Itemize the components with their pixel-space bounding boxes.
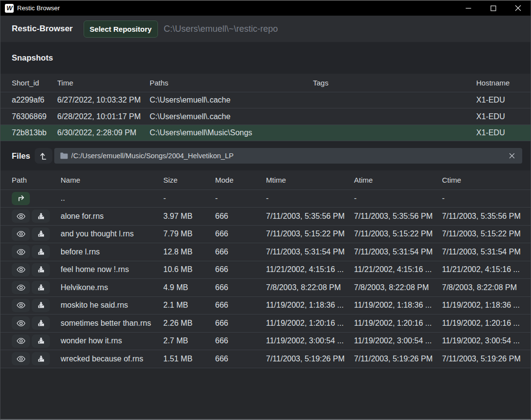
column-tags[interactable]: Tags [313,79,476,87]
column-path[interactable]: Path [12,176,61,184]
eye-icon [16,230,26,238]
file-atime: 7/11/2003, 5:15:22 PM [354,230,442,238]
app-window: W Restic Browser Restic-Browser Select R… [0,0,531,420]
column-ctime[interactable]: Ctime [442,176,526,184]
snapshot-row-selected[interactable]: 72b813bb 6/30/2022, 2:28:09 PM C:\Users\… [0,125,531,141]
file-mtime: 11/21/2002, 4:15:16 ... [266,265,354,274]
file-size: 10.6 MB [163,265,215,274]
file-row[interactable]: wonder how it.rns 2.7 MB 666 11/19/2002,… [0,333,531,351]
snapshot-time: 6/30/2022, 2:28:09 PM [57,128,150,137]
view-file-button[interactable] [12,352,30,365]
dump-file-button[interactable] [32,316,50,330]
file-row[interactable]: alone for.rns 3.97 MB 666 7/11/2003, 5:3… [0,208,531,226]
files-path-input[interactable]: /C:/Users/emuell/Music/Songs/2004_Helvet… [54,148,522,164]
file-mode: 666 [215,212,266,221]
snapshot-row[interactable]: 76306869 6/28/2022, 10:01:17 PM C:\Users… [0,108,531,125]
download-icon [37,230,45,238]
minimize-icon [465,5,471,11]
file-row[interactable]: moskito he said.rns 2.1 MB 666 11/19/200… [0,297,531,315]
file-ctime: 7/11/2003, 5:31:54 PM [442,248,526,256]
file-ctime: 11/21/2002, 4:15:16 ... [442,265,526,274]
dump-file-button[interactable] [32,263,50,276]
file-size: 3.97 MB [163,212,215,221]
view-file-button[interactable] [12,299,30,312]
file-size: 12.8 MB [163,248,215,256]
file-name: before l.rns [61,248,163,256]
dump-file-button[interactable] [32,245,50,258]
column-paths[interactable]: Paths [150,79,313,87]
files-table-header: Path Name Size Mode Mtime Atime Ctime [0,170,531,190]
clear-path-button[interactable] [508,151,516,160]
eye-icon [16,248,26,256]
snapshot-short-id: 76306869 [12,112,57,121]
dump-file-button[interactable] [32,210,50,223]
file-row[interactable]: wrecked because of.rns 1.51 MB 666 7/11/… [0,350,531,368]
close-button[interactable] [506,0,531,16]
column-atime[interactable]: Atime [354,176,442,184]
dump-file-button[interactable] [32,335,50,348]
up-one-level-icon [39,151,48,161]
eye-icon [16,266,26,273]
column-name[interactable]: Name [61,176,163,184]
file-row[interactable]: feel home now !.rns 10.6 MB 666 11/21/20… [0,261,531,279]
file-mtime: 11/19/2002, 3:00:54 ... [266,336,354,345]
snapshots-table-header: Short_id Time Paths Tags Hostname [0,74,531,92]
file-name: feel home now !.rns [61,265,163,274]
file-row[interactable]: Helvikone.rns 4.9 MB 666 7/8/2003, 8:22:… [0,279,531,297]
column-size[interactable]: Size [163,176,215,184]
column-short-id[interactable]: Short_id [12,79,57,87]
dump-file-button[interactable] [32,299,50,312]
file-mode: 666 [215,230,266,238]
eye-icon [16,212,26,220]
file-ctime: 7/11/2003, 5:15:22 PM [442,230,526,238]
view-file-button[interactable] [12,316,30,330]
maximize-button[interactable] [481,0,506,16]
app-logo-letter: W [6,4,12,12]
dump-file-button[interactable] [32,352,50,365]
file-ctime: 11/19/2002, 3:00:54 ... [442,336,526,345]
file-row[interactable]: and you thought l.rns 7.79 MB 666 7/11/2… [0,226,531,244]
download-icon [37,284,45,292]
file-name: sometimes better than.rns [61,319,163,328]
column-mode[interactable]: Mode [215,176,266,184]
snapshot-hostname: X1-EDU [476,112,526,121]
go-parent-dir-button[interactable] [12,192,30,205]
snapshots-heading: Snapshots [12,53,53,63]
file-atime: - [354,194,442,203]
snapshot-short-id: a2299af6 [12,96,57,105]
file-name: and you thought l.rns [61,230,163,238]
snapshot-hostname: X1-EDU [476,96,526,105]
download-icon [37,319,45,327]
file-size: 1.51 MB [163,355,215,363]
file-atime: 7/11/2003, 5:19:26 PM [354,355,442,363]
view-file-button[interactable] [12,210,30,223]
column-mtime[interactable]: Mtime [266,176,354,184]
view-file-button[interactable] [12,335,30,348]
view-file-button[interactable] [12,228,30,241]
download-icon [37,337,45,345]
dump-file-button[interactable] [32,281,50,294]
column-time[interactable]: Time [57,79,150,87]
view-file-button[interactable] [12,281,30,294]
file-row-parent[interactable]: .. - - - - - [0,190,531,208]
view-file-button[interactable] [12,245,30,258]
file-atime: 11/19/2002, 3:00:54 ... [354,336,442,345]
column-hostname[interactable]: Hostname [476,79,526,87]
snapshots-section-band: Snapshots [0,42,531,74]
header: Restic-Browser Select Repository C:\User… [0,16,531,42]
view-file-button[interactable] [12,263,30,276]
app-title: Restic-Browser [12,24,73,34]
dump-file-button[interactable] [32,228,50,241]
file-name: wrecked because of.rns [61,355,163,363]
file-mtime: 11/19/2002, 1:20:16 ... [266,319,354,328]
file-row[interactable]: before l.rns 12.8 MB 666 7/11/2003, 5:31… [0,243,531,261]
file-name: .. [61,194,163,203]
files-table-body: alone for.rns 3.97 MB 666 7/11/2003, 5:3… [0,208,531,368]
file-mode: 666 [215,301,266,310]
select-repository-button[interactable]: Select Repository [84,21,158,38]
up-one-level-button[interactable] [35,148,52,164]
file-row[interactable]: sometimes better than.rns 2.26 MB 666 11… [0,315,531,333]
minimize-button[interactable] [456,0,481,16]
snapshot-paths: C:\Users\emuell\.cache [150,112,313,121]
snapshot-row[interactable]: a2299af6 6/27/2022, 10:03:32 PM C:\Users… [0,92,531,108]
